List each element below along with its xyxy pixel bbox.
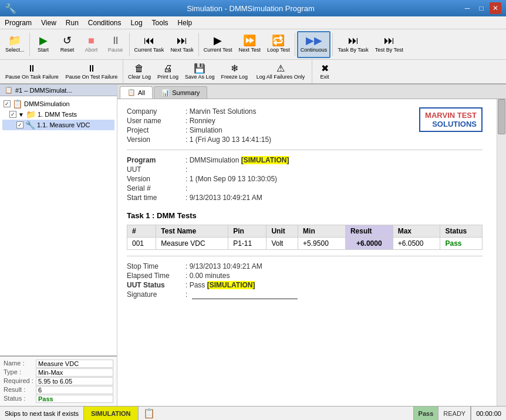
tree-measure-icon: 🔧 bbox=[25, 120, 35, 130]
tab-summary-label: Summary bbox=[172, 89, 200, 96]
start-label: Start time bbox=[127, 194, 185, 202]
tree-root-label: DMMSimulation bbox=[24, 100, 70, 107]
footer-section: Stop Time : 9/13/2013 10:49:21 AM Elapse… bbox=[127, 262, 483, 299]
tree-tab[interactable]: 📋 #1 – DMMSimulat... bbox=[0, 84, 117, 96]
tree-dmm-icon: 📁 bbox=[26, 110, 36, 119]
uut-status-value: : Pass [SIMULATION] bbox=[185, 281, 483, 289]
close-button[interactable]: ✕ bbox=[490, 2, 501, 14]
prop-name-label: Name : bbox=[4, 360, 36, 368]
menu-tools[interactable]: Tools bbox=[147, 18, 173, 28]
tab-all-icon: 📋 bbox=[127, 89, 136, 96]
pause-task-icon: ⏸ bbox=[27, 64, 36, 73]
tree-item-root[interactable]: ✓ 📋 DMMSimulation bbox=[2, 99, 114, 109]
test-by-test-button[interactable]: ⏭ Test By Test bbox=[372, 31, 406, 58]
uut-status-text: : Pass bbox=[185, 281, 205, 289]
uut-row: UUT : bbox=[127, 165, 483, 174]
status-time: 00:00:00 bbox=[471, 407, 506, 420]
version2-label: Version bbox=[127, 175, 185, 183]
col-max: Max bbox=[393, 225, 440, 238]
current-task-button[interactable]: ⏮ Current Task bbox=[131, 31, 167, 58]
loop-test-button[interactable]: 🔁 Loop Test bbox=[264, 31, 293, 58]
sep4 bbox=[295, 33, 295, 56]
next-task-button[interactable]: ⏭ Next Task bbox=[167, 31, 196, 58]
tree-dmm-label: 1. DMM Tests bbox=[38, 111, 77, 118]
serial-value: : bbox=[185, 184, 483, 192]
next-test-button[interactable]: ⏩ Next Test bbox=[236, 31, 264, 58]
log-failures-button[interactable]: ⚠ Log All Failures Only bbox=[251, 60, 310, 83]
sep6 bbox=[123, 60, 123, 83]
save-as-log-button[interactable]: 💾 Save As Log bbox=[182, 60, 218, 83]
print-log-icon: 🖨 bbox=[163, 64, 173, 73]
pause-test-label: Pause On Test Failure bbox=[65, 74, 117, 80]
stop-label: Stop Time bbox=[127, 262, 185, 270]
continuous-button[interactable]: ▶▶ Continuous bbox=[297, 31, 331, 58]
exit-button[interactable]: ✖ Exit bbox=[314, 60, 335, 83]
menu-log[interactable]: Log bbox=[126, 18, 147, 28]
abort-button[interactable]: ■ Abort bbox=[80, 31, 103, 58]
tree-item-measure-vdc[interactable]: ✓ 🔧 1.1. Measure VDC bbox=[2, 120, 114, 130]
version-value: : 1 (Fri Aug 30 13 14:41:15) bbox=[185, 136, 483, 144]
company-label: Company bbox=[127, 107, 185, 116]
scroll-thumb[interactable] bbox=[498, 99, 505, 134]
menu-program[interactable]: Program bbox=[0, 18, 36, 28]
pause-label: Pause bbox=[108, 47, 123, 53]
marvin-text: MARVIN TEST bbox=[425, 111, 477, 120]
sep7 bbox=[312, 60, 312, 83]
continuous-label: Continuous bbox=[301, 47, 328, 53]
maximize-button[interactable]: □ bbox=[475, 2, 487, 14]
status-filler: 📋 bbox=[139, 407, 414, 420]
start-label: Start bbox=[38, 47, 49, 53]
table-row: 001 Measure VDC P1-11 Volt +5.9500 +6.00… bbox=[127, 238, 483, 250]
elapsed-label: Elapsed Time bbox=[127, 272, 185, 280]
tab-all[interactable]: 📋 All bbox=[120, 86, 153, 99]
minimize-button[interactable]: ─ bbox=[461, 2, 473, 14]
serial-row: Serial # : bbox=[127, 184, 483, 192]
uut-value: : bbox=[185, 165, 483, 174]
pause-task-failure-button[interactable]: ⏸ Pause On Task Failure bbox=[2, 60, 62, 83]
tree-checkbox-root[interactable]: ✓ bbox=[4, 100, 11, 107]
freeze-log-button[interactable]: ❄ Freeze Log bbox=[218, 60, 251, 83]
menu-run[interactable]: Run bbox=[61, 18, 83, 28]
exit-icon: ✖ bbox=[321, 64, 329, 73]
tree-item-dmm-tests[interactable]: ✓ ▼ 📁 1. DMM Tests bbox=[2, 109, 114, 120]
pause-task-label: Pause On Task Failure bbox=[5, 74, 59, 80]
task-header: Task 1 : DMM Tests bbox=[127, 211, 483, 220]
loop-test-icon: 🔁 bbox=[272, 35, 285, 46]
uut-status-label: UUT Status bbox=[127, 281, 185, 289]
pause-test-failure-button[interactable]: ⏸ Pause On Test Failure bbox=[62, 60, 121, 83]
select-button[interactable]: 📁 Select... bbox=[2, 31, 28, 58]
title-bar: 🔧 Simulation - DMMSimulation Program ─ □… bbox=[0, 0, 506, 16]
tree-checkbox-2[interactable]: ✓ bbox=[16, 121, 23, 128]
sep2 bbox=[129, 33, 130, 56]
cell-unit: Volt bbox=[267, 238, 298, 250]
logo-line1: MARVIN TEST bbox=[425, 111, 477, 120]
task-by-task-button[interactable]: ⏭ Task By Task bbox=[335, 31, 371, 58]
content-body: MARVIN TEST SOLUTIONS Company : Marvin T… bbox=[117, 99, 497, 406]
sep5 bbox=[332, 33, 333, 56]
scrollbar[interactable] bbox=[497, 99, 506, 406]
current-test-button[interactable]: ▶ Current Test bbox=[201, 31, 235, 58]
clear-log-button[interactable]: 🗑 Clear Log bbox=[125, 60, 154, 83]
project-label: Project bbox=[127, 126, 185, 134]
cell-status: Pass bbox=[440, 238, 483, 250]
col-status: Status bbox=[440, 225, 483, 238]
start-button[interactable]: ▶ Start bbox=[32, 31, 55, 58]
prop-result-value: 6 bbox=[36, 386, 113, 394]
properties-panel: Name : Measure VDC Type : Min-Max Requir… bbox=[0, 355, 117, 406]
reset-button[interactable]: ↺ Reset bbox=[56, 31, 79, 58]
menu-help[interactable]: Help bbox=[173, 18, 197, 28]
menu-conditions[interactable]: Conditions bbox=[83, 18, 126, 28]
tab-summary[interactable]: 📊 Summary bbox=[154, 86, 207, 99]
menu-view[interactable]: View bbox=[36, 18, 61, 28]
abort-label: Abort bbox=[85, 47, 98, 53]
col-min: Min bbox=[298, 225, 346, 238]
tree-checkbox-1[interactable]: ✓ bbox=[9, 111, 16, 118]
pause-button[interactable]: ⏸ Pause bbox=[104, 31, 127, 58]
print-log-button[interactable]: 🖨 Print Log bbox=[154, 60, 181, 83]
prop-required: Required : 5.95 to 6.05 bbox=[4, 377, 113, 385]
left-panel: 📋 #1 – DMMSimulat... ✓ 📋 DMMSimulation ✓… bbox=[0, 84, 117, 406]
tree-root-icon: 📋 bbox=[12, 99, 22, 109]
pause-icon: ⏸ bbox=[110, 35, 121, 46]
abort-icon: ■ bbox=[88, 35, 95, 46]
prop-name: Name : Measure VDC bbox=[4, 360, 113, 368]
